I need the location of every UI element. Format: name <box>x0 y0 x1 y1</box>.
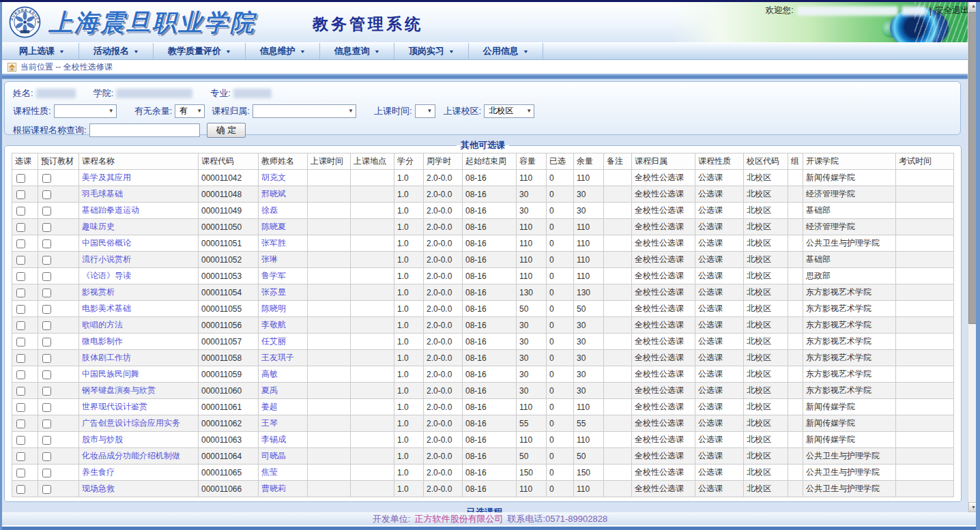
name-link[interactable]: 电影美术基础 <box>82 304 131 313</box>
teacher-link[interactable]: 焦莹 <box>261 467 278 477</box>
nav-item-信息查询[interactable]: 信息查询▼ <box>320 43 394 59</box>
name-link[interactable]: 股市与炒股 <box>82 435 123 444</box>
nav-item-活动报名[interactable]: 活动报名▼ <box>79 43 154 59</box>
name-link[interactable]: 肢体剧工作坊 <box>82 353 131 362</box>
book-material-checkbox[interactable] <box>42 190 51 199</box>
name-link[interactable]: 流行小说赏析 <box>82 254 131 264</box>
name-link[interactable]: 中国民俗概论 <box>82 238 131 248</box>
course-nature-select[interactable]: ▼ <box>54 104 117 118</box>
select-course-checkbox[interactable] <box>16 223 25 232</box>
name-link[interactable]: 养生食疗 <box>82 467 115 477</box>
book-material-checkbox-cell <box>38 301 79 317</box>
select-course-checkbox[interactable] <box>16 370 25 379</box>
book-material-checkbox[interactable] <box>42 239 51 248</box>
book-material-checkbox[interactable] <box>42 436 51 445</box>
name-link[interactable]: 歌唱的方法 <box>82 320 123 329</box>
select-course-checkbox[interactable] <box>16 452 25 461</box>
teacher-link[interactable]: 张苏昱 <box>261 287 286 297</box>
teacher-link[interactable]: 陈晓明 <box>261 304 286 313</box>
name-link[interactable]: 影视赏析 <box>82 287 115 297</box>
cell-code: 000011063 <box>199 432 259 448</box>
book-material-checkbox[interactable] <box>42 338 51 347</box>
teacher-link[interactable]: 任艾丽 <box>261 336 286 346</box>
select-course-checkbox[interactable] <box>16 387 25 396</box>
book-material-checkbox[interactable] <box>42 256 51 265</box>
teacher-link[interactable]: 张琳 <box>261 254 278 264</box>
name-link[interactable]: 化妆品成分功能介绍机制做 <box>82 451 180 460</box>
teacher-link[interactable]: 张军胜 <box>261 238 286 248</box>
course-belong-select[interactable]: ▼ <box>253 104 356 118</box>
course-name-search-input[interactable] <box>89 123 200 137</box>
nav-item-顶岗实习[interactable]: 顶岗实习▼ <box>394 43 469 59</box>
book-material-checkbox[interactable] <box>42 419 51 428</box>
campus-label: 上课校区: <box>444 105 482 117</box>
select-course-checkbox[interactable] <box>16 403 25 412</box>
book-material-checkbox[interactable] <box>42 207 51 216</box>
select-course-checkbox[interactable] <box>16 338 25 347</box>
book-material-checkbox[interactable] <box>42 223 51 232</box>
name-link[interactable]: 钢琴键盘演奏与欣赏 <box>82 385 156 395</box>
select-course-checkbox[interactable] <box>16 207 25 216</box>
book-material-checkbox[interactable] <box>42 174 51 183</box>
select-course-checkbox[interactable] <box>16 272 25 281</box>
select-course-checkbox[interactable] <box>16 174 25 183</box>
book-material-checkbox[interactable] <box>42 354 51 363</box>
select-course-checkbox[interactable] <box>16 469 25 477</box>
campus-select[interactable]: 北校区▼ <box>484 104 534 118</box>
select-course-checkbox[interactable] <box>16 256 25 265</box>
book-material-checkbox[interactable] <box>42 321 51 330</box>
name-link[interactable]: 世界现代设计鉴赏 <box>82 402 147 411</box>
name-link[interactable]: 《论语》导读 <box>82 271 131 280</box>
select-course-checkbox[interactable] <box>16 239 25 248</box>
select-course-checkbox[interactable] <box>16 354 25 363</box>
book-material-checkbox[interactable] <box>42 469 51 477</box>
teacher-link[interactable]: 李锡成 <box>261 435 286 444</box>
nav-item-信息维护[interactable]: 信息维护▼ <box>246 43 320 59</box>
select-course-checkbox[interactable] <box>16 289 25 297</box>
book-material-checkbox[interactable] <box>42 289 51 297</box>
book-material-checkbox[interactable] <box>42 485 51 494</box>
logout-link[interactable]: 安全退出 <box>935 5 969 16</box>
book-material-checkbox[interactable] <box>42 370 51 379</box>
teacher-link[interactable]: 夏禹 <box>261 385 278 395</box>
remain-select[interactable]: 有▼ <box>175 104 205 118</box>
teacher-link[interactable]: 高敏 <box>261 369 278 379</box>
confirm-button[interactable]: 确 定 <box>207 123 246 138</box>
teacher-link[interactable]: 王琴 <box>261 418 278 428</box>
teacher-link[interactable]: 王友琪子 <box>261 353 294 362</box>
teacher-link[interactable]: 胡克文 <box>261 173 286 182</box>
teacher-link[interactable]: 曹晓莉 <box>261 484 286 493</box>
name-link[interactable]: 广告创意设计综合应用实务 <box>82 418 180 428</box>
select-course-checkbox[interactable] <box>16 436 25 445</box>
chevron-down-icon: ▼ <box>427 108 433 114</box>
name-link[interactable]: 羽毛球基础 <box>82 189 123 198</box>
nav-item-公用信息[interactable]: 公用信息▼ <box>469 43 543 59</box>
book-material-checkbox[interactable] <box>42 272 51 281</box>
book-material-checkbox[interactable] <box>42 403 51 412</box>
book-material-checkbox[interactable] <box>42 452 51 461</box>
teacher-link[interactable]: 徐磊 <box>261 205 278 215</box>
book-material-checkbox[interactable] <box>42 305 51 314</box>
name-link[interactable]: 趣味历史 <box>82 222 115 231</box>
class-time-select[interactable]: ▼ <box>415 104 435 118</box>
name-link[interactable]: 中国民族民间舞 <box>82 369 139 379</box>
book-material-checkbox[interactable] <box>42 387 51 396</box>
teacher-link[interactable]: 司晓晶 <box>261 451 286 460</box>
cell-selected: 0 <box>547 334 574 350</box>
name-link[interactable]: 微电影制作 <box>82 336 123 346</box>
teacher-link[interactable]: 姜超 <box>261 402 278 411</box>
nav-item-教学质量评价[interactable]: 教学质量评价▼ <box>154 43 246 59</box>
teacher-link[interactable]: 邢晓斌 <box>261 189 286 198</box>
select-course-checkbox[interactable] <box>16 190 25 199</box>
nav-item-网上选课[interactable]: 网上选课▼ <box>5 43 79 59</box>
teacher-link[interactable]: 陈晓夏 <box>261 222 286 231</box>
select-course-checkbox[interactable] <box>16 305 25 314</box>
select-course-checkbox[interactable] <box>16 485 25 494</box>
select-course-checkbox[interactable] <box>16 321 25 330</box>
name-link[interactable]: 美学及其应用 <box>82 173 131 182</box>
teacher-link[interactable]: 李敬航 <box>261 320 286 329</box>
name-link[interactable]: 现场急救 <box>82 484 115 493</box>
teacher-link[interactable]: 鲁学军 <box>261 271 286 280</box>
name-link[interactable]: 基础跆拳道运动 <box>82 205 139 215</box>
select-course-checkbox[interactable] <box>16 419 25 428</box>
